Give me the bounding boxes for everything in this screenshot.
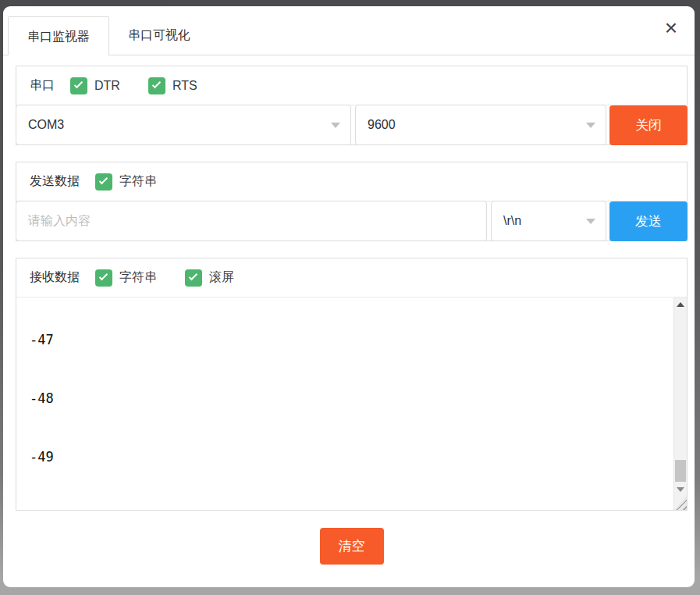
checkbox-receive-string[interactable] bbox=[95, 269, 112, 287]
send-button[interactable]: 发送 bbox=[609, 201, 688, 241]
port-select-value: COM3 bbox=[28, 118, 64, 132]
send-data-title: 发送数据 bbox=[30, 173, 80, 190]
receive-data-title: 接收数据 bbox=[30, 269, 80, 286]
dtr-checkbox-group: DTR bbox=[70, 77, 120, 94]
receive-string-checkbox-group: 字符串 bbox=[95, 269, 157, 287]
serial-port-header: 串口 DTR RTS bbox=[16, 66, 687, 105]
close-icon[interactable]: × bbox=[665, 17, 677, 39]
line-ending-select-value: \r\n bbox=[503, 214, 521, 228]
checkbox-rts[interactable] bbox=[148, 77, 165, 94]
checkbox-receive-string-label: 字符串 bbox=[119, 269, 157, 286]
data-line: -49 bbox=[30, 447, 673, 467]
serial-port-controls: COM3 9600 关闭 bbox=[16, 105, 687, 144]
checkbox-receive-scroll[interactable] bbox=[185, 269, 202, 287]
baud-select[interactable]: 9600 bbox=[355, 105, 606, 145]
serial-port-title: 串口 bbox=[30, 77, 55, 94]
arrow-down-icon bbox=[677, 487, 684, 492]
rts-checkbox-group: RTS bbox=[148, 77, 197, 94]
checkmark-icon bbox=[152, 79, 161, 87]
send-data-section: 发送数据 字符串 \r\n 发送 bbox=[16, 162, 688, 241]
port-close-button[interactable]: 关闭 bbox=[609, 105, 688, 145]
dialog-footer: 清空 bbox=[16, 511, 688, 565]
tab-serial-visualization[interactable]: 串口可视化 bbox=[109, 16, 209, 55]
vertical-scrollbar[interactable] bbox=[673, 298, 687, 510]
checkmark-icon bbox=[189, 271, 197, 280]
tab-serial-monitor[interactable]: 串口监视器 bbox=[8, 16, 109, 55]
resize-grip-icon[interactable] bbox=[674, 496, 687, 510]
serial-monitor-dialog: 串口监视器 串口可视化 × 串口 DTR RTS bbox=[3, 6, 695, 587]
dialog-content: 串口 DTR RTS COM3 bbox=[3, 66, 695, 565]
chevron-down-icon bbox=[331, 123, 340, 128]
chevron-down-icon bbox=[586, 123, 595, 128]
checkbox-send-string[interactable] bbox=[95, 173, 112, 191]
send-input[interactable] bbox=[28, 214, 474, 228]
scrollbar-track[interactable] bbox=[674, 311, 687, 483]
send-data-header: 发送数据 字符串 bbox=[16, 162, 687, 201]
send-input-wrapper bbox=[16, 201, 487, 241]
port-select[interactable]: COM3 bbox=[16, 105, 351, 145]
checkbox-send-string-label: 字符串 bbox=[119, 173, 157, 190]
send-string-checkbox-group: 字符串 bbox=[95, 173, 157, 191]
receive-data-section: 接收数据 字符串 滚屏 -47 -48 -49 -50 bbox=[16, 258, 688, 511]
receive-data-body: -47 -48 -49 -50 -51 -52 -53 -54 -55 -56 bbox=[16, 298, 687, 510]
modal-backdrop: 串口监视器 串口可视化 × 串口 DTR RTS bbox=[0, 0, 700, 595]
scrollbar-thumb[interactable] bbox=[675, 460, 686, 482]
scroll-down-button[interactable] bbox=[674, 483, 687, 496]
receive-scroll-checkbox-group: 滚屏 bbox=[185, 269, 234, 287]
receive-data-area[interactable]: -47 -48 -49 -50 -51 -52 -53 -54 -55 -56 bbox=[16, 291, 673, 510]
checkmark-icon bbox=[74, 79, 83, 87]
chevron-down-icon bbox=[586, 219, 595, 224]
send-data-controls: \r\n 发送 bbox=[16, 201, 687, 240]
checkbox-dtr-label: DTR bbox=[94, 79, 120, 93]
data-line: -47 bbox=[30, 330, 673, 350]
checkbox-rts-label: RTS bbox=[172, 79, 197, 93]
checkmark-icon bbox=[99, 271, 108, 280]
checkbox-receive-scroll-label: 滚屏 bbox=[209, 269, 234, 286]
checkbox-dtr[interactable] bbox=[70, 77, 87, 94]
data-line: -48 bbox=[30, 389, 673, 408]
line-ending-select[interactable]: \r\n bbox=[491, 201, 606, 241]
checkmark-icon bbox=[99, 175, 108, 183]
clear-button[interactable]: 清空 bbox=[320, 528, 384, 565]
baud-select-value: 9600 bbox=[368, 118, 396, 132]
arrow-up-icon bbox=[677, 302, 684, 307]
scroll-up-button[interactable] bbox=[674, 298, 687, 311]
tab-bar: 串口监视器 串口可视化 × bbox=[3, 6, 695, 55]
serial-port-section: 串口 DTR RTS COM3 bbox=[16, 66, 688, 145]
data-line: -50 bbox=[30, 506, 673, 510]
